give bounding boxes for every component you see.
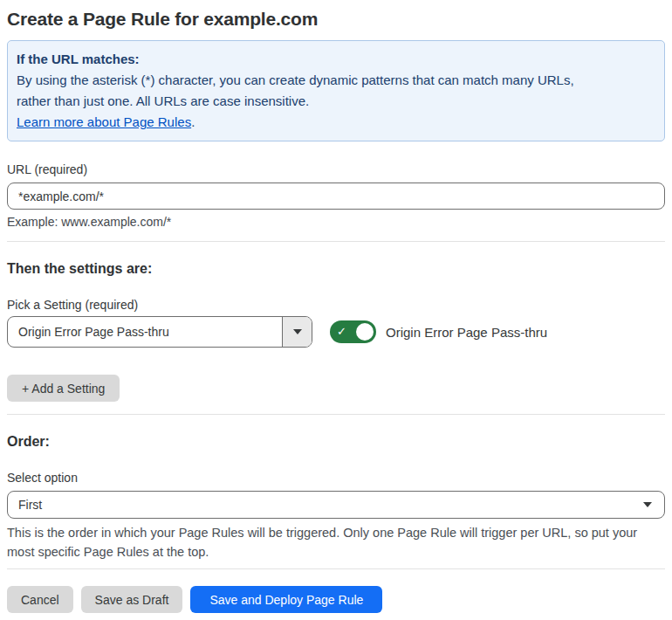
learn-more-link[interactable]: Learn more about Page Rules [17, 114, 191, 129]
order-select-label: Select option [7, 470, 665, 486]
footer-actions: Cancel Save as Draft Save and Deploy Pag… [7, 586, 665, 613]
order-section-heading: Order: [7, 433, 665, 450]
setting-row: Origin Error Page Pass-thru ✓ Origin Err… [7, 316, 665, 348]
toggle-knob [356, 323, 374, 341]
setting-toggle-label: Origin Error Page Pass-thru [386, 325, 547, 340]
order-select-value: First [18, 498, 643, 512]
save-as-draft-button[interactable]: Save as Draft [81, 586, 183, 613]
setting-dropdown-arrow-button[interactable] [282, 317, 312, 347]
setting-toggle[interactable]: ✓ [330, 320, 376, 343]
pick-setting-label: Pick a Setting (required) [7, 297, 665, 313]
info-box-body-line-2: rather than just one. All URLs are case … [17, 91, 654, 112]
url-input[interactable] [7, 183, 665, 210]
cancel-button[interactable]: Cancel [7, 586, 73, 613]
order-helper-text: This is the order in which your Page Rul… [7, 523, 665, 561]
caret-down-icon [293, 329, 302, 334]
info-box-body-line-1: By using the asterisk (*) character, you… [17, 70, 654, 91]
divider [7, 568, 665, 569]
divider [7, 241, 665, 242]
url-field-label: URL (required) [7, 162, 665, 178]
page-title: Create a Page Rule for example.com [7, 7, 665, 31]
save-and-deploy-button[interactable]: Save and Deploy Page Rule [190, 586, 382, 613]
link-period: . [191, 114, 195, 129]
settings-section-heading: Then the settings are: [7, 260, 665, 277]
check-icon: ✓ [337, 326, 346, 337]
setting-dropdown-value: Origin Error Page Pass-thru [8, 317, 282, 347]
divider [7, 414, 665, 415]
url-example-helper: Example: www.example.com/* [7, 214, 665, 230]
setting-dropdown[interactable]: Origin Error Page Pass-thru [7, 316, 312, 348]
order-select[interactable]: First [7, 491, 665, 519]
info-box-heading: If the URL matches: [17, 49, 654, 70]
url-matches-info-box: If the URL matches: By using the asteris… [7, 40, 665, 141]
info-box-link-line: Learn more about Page Rules. [17, 112, 654, 133]
add-setting-button[interactable]: + Add a Setting [7, 375, 120, 402]
caret-down-icon [643, 502, 652, 507]
